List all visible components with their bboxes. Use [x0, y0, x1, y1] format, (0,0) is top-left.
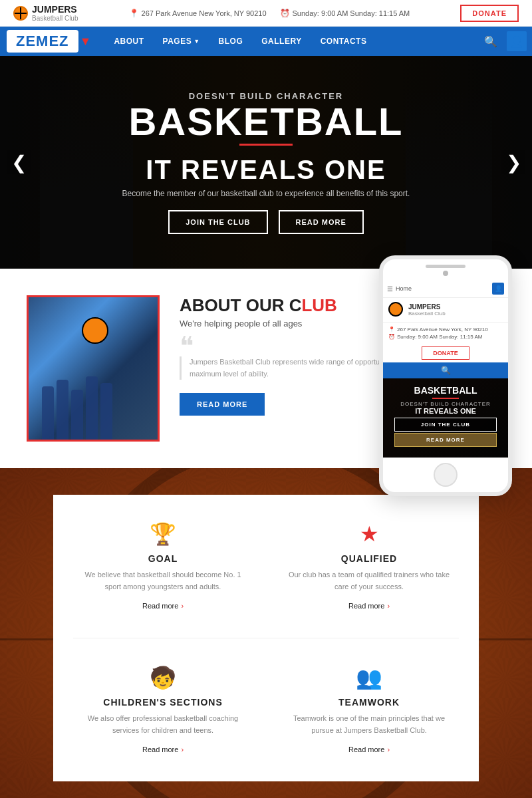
feature-teamwork-title: TEAMWORK	[286, 697, 452, 708]
hero-next-arrow[interactable]: ❯	[501, 150, 525, 174]
nav-user-icon[interactable]: 👤	[507, 31, 527, 51]
feature-goal-desc: We believe that basketball should become…	[80, 569, 246, 593]
feature-goal-title: GOAL	[80, 553, 246, 564]
feature-qualified-title: QUALIFIED	[286, 553, 452, 564]
feature-children-link[interactable]: Read more ›	[142, 745, 184, 753]
join-club-button[interactable]: JOIN THE CLUB	[168, 210, 267, 234]
phone-hero-title: BASKETBALL	[388, 385, 503, 396]
phone-readmore-button[interactable]: READ MORE	[394, 433, 497, 447]
team-figure-3	[71, 390, 83, 440]
brand-name: JUMPERS	[32, 4, 78, 15]
phone-speaker	[426, 265, 466, 268]
feature-qualified-link[interactable]: Read more ›	[348, 602, 390, 610]
feature-teamwork-link[interactable]: Read more ›	[348, 745, 390, 753]
phone-search-bar: 🔍	[383, 362, 508, 378]
navigation: ZEMEZ ▼ ABOUT PAGES ▼ BLOG GALLERY CONTA…	[0, 27, 532, 56]
team-figure-2	[57, 380, 68, 440]
phone-join-button[interactable]: JOIN THE CLUB	[394, 418, 497, 432]
features-section: 🏆 GOAL We believe that basketball should…	[0, 468, 532, 798]
feature-children-title: CHILDREN'S SECTIONS	[80, 697, 246, 708]
phone-hamburger-icon: ☰	[387, 285, 393, 293]
phone-brand-sub: Basketball Club	[408, 311, 446, 317]
feature-goal: 🏆 GOAL We believe that basketball should…	[73, 515, 253, 618]
teamwork-link-arrow: ›	[387, 745, 390, 753]
nav-gallery[interactable]: GALLERY	[252, 27, 311, 56]
location-icon: 📍	[129, 9, 139, 18]
address-item: 📍 267 Park Avenue New York, NY 90210	[129, 9, 267, 18]
phone-hero-sub1: DOESN'T BUILD CHARACTER	[388, 401, 503, 407]
phone-address: 📍 267 Park Avenue New York, NY 90210	[388, 327, 503, 332]
phone-home-label: Home	[396, 285, 412, 292]
phone-user-icon: 👤	[492, 283, 504, 295]
nav-contacts[interactable]: CONTACTS	[311, 27, 376, 56]
hero-content: DOESN'T BUILD CHARACTER BASKETBALL IT RE…	[96, 91, 437, 234]
team-figure-4	[86, 376, 98, 440]
hero-underline	[239, 144, 293, 146]
phone-top-bar: ☰ Home 👤	[383, 280, 508, 298]
feature-teamwork: 👥 TEAMWORK Teamwork is one of the main p…	[279, 658, 459, 761]
feature-qualified-desc: Our club has a team of qualified trainer…	[286, 569, 452, 593]
phone-hero-section: BASKETBALL DOESN'T BUILD CHARACTER IT RE…	[383, 378, 508, 458]
phone-clock-icon: ⏰	[388, 334, 395, 340]
pages-dropdown-arrow: ▼	[194, 38, 200, 45]
brand-sub: Basketball Club	[32, 15, 78, 22]
contact-info: 📍 267 Park Avenue New York, NY 90210 ⏰ S…	[129, 9, 410, 18]
qualified-star-icon: ★	[286, 521, 452, 547]
brand-basketball-icon	[13, 6, 28, 21]
hero-title-sub: IT REVEALS ONE	[122, 155, 410, 185]
about-section: ABOUT OUR CLUB We're helping people of a…	[0, 269, 532, 468]
team-figure-5	[100, 383, 112, 440]
features-divider	[73, 638, 459, 638]
hero-description: Become the member of our basketball club…	[122, 189, 410, 198]
nav-blog[interactable]: BLOG	[209, 27, 253, 56]
phone-brand-name: JUMPERS	[408, 303, 446, 311]
phone-brand-section: JUMPERS Basketball Club	[383, 298, 508, 323]
nav-pages[interactable]: PAGES ▼	[154, 27, 209, 56]
hero-buttons: JOIN THE CLUB READ MORE	[122, 210, 410, 234]
team-figure-1	[42, 386, 54, 440]
feature-children: 🧒 CHILDREN'S SECTIONS We also offer prof…	[73, 658, 253, 761]
phone-donate-button[interactable]: DONATE	[422, 346, 469, 360]
phone-contact-info: 📍 267 Park Avenue New York, NY 90210 ⏰ S…	[383, 323, 508, 344]
nav-logo-chevron: ▼	[80, 35, 92, 49]
hours-text: Sunday: 9:00 AM Sunday: 11:15 AM	[293, 9, 410, 17]
teamwork-icon: 👥	[286, 665, 452, 690]
nav-logo: ZEMEZ ▼	[0, 30, 98, 53]
qualified-link-arrow: ›	[387, 602, 390, 610]
phone-mockup: ☰ Home 👤 JUMPERS Basketball Club	[379, 255, 512, 496]
address-text: 267 Park Avenue New York, NY 90210	[142, 9, 267, 17]
top-bar: JUMPERS Basketball Club 📍 267 Park Avenu…	[0, 0, 532, 27]
about-image	[27, 295, 160, 442]
about-read-more-button[interactable]: READ MORE	[180, 393, 265, 416]
phone-frame: ☰ Home 👤 JUMPERS Basketball Club	[379, 255, 512, 496]
goal-trophy-icon: 🏆	[80, 521, 246, 547]
phone-location-icon: 📍	[388, 327, 395, 332]
feature-children-desc: We also offer professional basketball co…	[80, 713, 246, 736]
features-grid: 🏆 GOAL We believe that basketball should…	[73, 515, 459, 761]
clock-icon: ⏰	[280, 9, 290, 18]
phone-hero-sub2: IT REVEALS ONE	[388, 407, 503, 415]
hero-prev-arrow[interactable]: ❮	[7, 150, 31, 174]
children-link-arrow: ›	[181, 745, 184, 753]
goal-link-arrow: ›	[181, 602, 184, 610]
brand-logo-area: JUMPERS Basketball Club	[13, 4, 78, 22]
phone-hours: ⏰ Sunday: 9:00 AM Sunday: 11:15 AM	[388, 334, 503, 340]
zemez-logo-text: ZEMEZ	[7, 30, 78, 53]
basketball-prop	[82, 317, 108, 344]
read-more-button[interactable]: READ MORE	[279, 210, 364, 234]
phone-camera	[443, 271, 448, 276]
nav-about[interactable]: ABOUT	[104, 27, 153, 56]
hours-item: ⏰ Sunday: 9:00 AM Sunday: 11:15 AM	[280, 9, 410, 18]
donate-button[interactable]: DONATE	[460, 5, 519, 22]
children-icon: 🧒	[80, 665, 246, 690]
phone-home-button[interactable]	[434, 463, 458, 487]
phone-search-icon[interactable]: 🔍	[441, 366, 451, 375]
nav-links: ABOUT PAGES ▼ BLOG GALLERY CONTACTS	[98, 27, 484, 56]
nav-search-icon[interactable]: 🔍	[484, 35, 507, 48]
about-image-placeholder	[29, 297, 158, 440]
features-card: 🏆 GOAL We believe that basketball should…	[53, 495, 479, 781]
feature-goal-link[interactable]: Read more ›	[142, 602, 184, 610]
feature-teamwork-desc: Teamwork is one of the main principles t…	[286, 713, 452, 736]
phone-hero-red-line	[432, 398, 459, 399]
hero-title-main: BASKETBALL	[122, 102, 410, 141]
